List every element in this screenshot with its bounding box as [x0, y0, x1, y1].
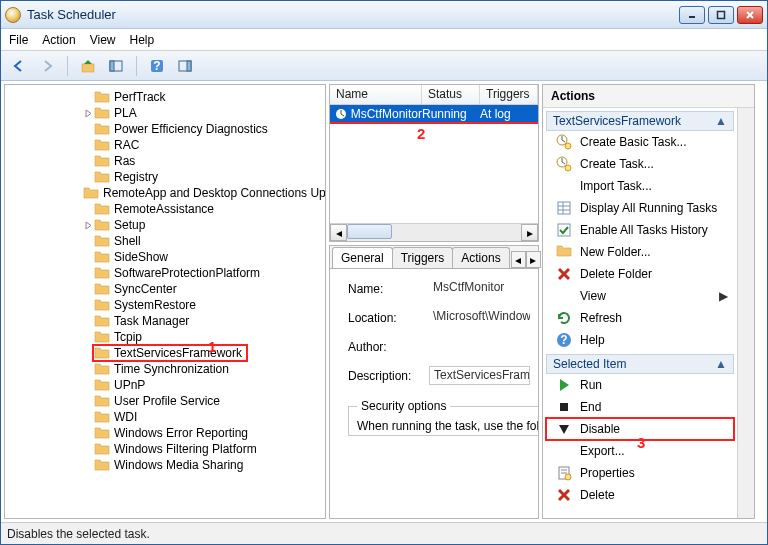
tree-item[interactable]: TextServicesFramework — [5, 345, 325, 361]
help-icon: ? — [556, 332, 572, 348]
action-enable-all-tasks-history[interactable]: Enable All Tasks History — [546, 219, 734, 241]
tab-scroll-right[interactable]: ▸ — [526, 251, 541, 268]
close-button[interactable] — [737, 6, 763, 24]
tree-item-label: Shell — [114, 234, 141, 248]
toolbar-separator — [67, 56, 68, 76]
action-delete-folder[interactable]: Delete Folder — [546, 263, 734, 285]
horizontal-scrollbar[interactable]: ◂ ▸ — [330, 223, 538, 241]
action-refresh[interactable]: Refresh — [546, 307, 734, 329]
tree-item[interactable]: Time Synchronization — [5, 361, 325, 377]
window-controls — [679, 6, 763, 24]
action-label: Properties — [580, 466, 635, 480]
action-delete[interactable]: Delete — [546, 484, 734, 506]
action-properties[interactable]: Properties — [546, 462, 734, 484]
tree-item[interactable]: Task Manager — [5, 313, 325, 329]
middle-pane: Name Status Triggers MsCtfMonitor Runnin… — [329, 84, 539, 519]
tree-item[interactable]: Windows Error Reporting — [5, 425, 325, 441]
tab-triggers[interactable]: Triggers — [392, 247, 454, 268]
task-row[interactable]: MsCtfMonitor Running At log — [330, 105, 538, 122]
action-import-task[interactable]: Import Task... — [546, 175, 734, 197]
tree-item[interactable]: SoftwareProtectionPlatform — [5, 265, 325, 281]
column-status[interactable]: Status — [422, 85, 480, 104]
delete-icon — [556, 487, 572, 503]
column-triggers[interactable]: Triggers — [480, 85, 538, 104]
action-run[interactable]: Run — [546, 374, 734, 396]
tree-item[interactable]: Ras — [5, 153, 325, 169]
action-label: Create Basic Task... — [580, 135, 687, 149]
description-value[interactable]: TextServicesFramework — [429, 366, 530, 385]
tree-item[interactable]: UPnP — [5, 377, 325, 393]
scroll-thumb[interactable] — [347, 224, 392, 239]
expand-icon[interactable] — [83, 109, 94, 118]
actions-section-header[interactable]: Selected Item▲ — [546, 354, 734, 374]
tab-actions[interactable]: Actions — [452, 247, 509, 268]
action-help[interactable]: ?Help — [546, 329, 734, 351]
help-button[interactable]: ? — [145, 54, 169, 78]
tree-item[interactable]: RemoteAssistance — [5, 201, 325, 217]
tree-item-label: RemoteApp and Desktop Connections Update — [103, 186, 326, 200]
action-view[interactable]: View▶ — [546, 285, 734, 307]
tree-item[interactable]: Power Efficiency Diagnostics — [5, 121, 325, 137]
tree-item[interactable]: PerfTrack — [5, 89, 325, 105]
tree-pane[interactable]: PerfTrackPLAPower Efficiency Diagnostics… — [4, 84, 326, 519]
tree-item[interactable]: Windows Media Sharing — [5, 457, 325, 473]
tree-item-label: RAC — [114, 138, 139, 152]
scroll-left-button[interactable]: ◂ — [330, 224, 347, 241]
toolbar-separator — [136, 56, 137, 76]
tree-item[interactable]: Tcpip — [5, 329, 325, 345]
scroll-track[interactable] — [347, 224, 521, 241]
tree-item-label: Windows Filtering Platform — [114, 442, 257, 456]
scroll-right-button[interactable]: ▸ — [521, 224, 538, 241]
vertical-scrollbar[interactable] — [737, 108, 754, 518]
submenu-arrow-icon: ▶ — [719, 289, 728, 303]
check-icon — [556, 222, 572, 238]
folder-icon — [94, 426, 110, 440]
menu-action[interactable]: Action — [42, 33, 75, 47]
tree-item[interactable]: User Profile Service — [5, 393, 325, 409]
new-icon — [556, 134, 572, 150]
action-create-task[interactable]: Create Task... — [546, 153, 734, 175]
menu-help[interactable]: Help — [130, 33, 155, 47]
tree-item[interactable]: WDI — [5, 409, 325, 425]
section-title: Selected Item — [553, 357, 626, 371]
action-display-all-running-tasks[interactable]: Display All Running Tasks — [546, 197, 734, 219]
back-button[interactable] — [7, 54, 31, 78]
tab-general[interactable]: General — [332, 247, 393, 268]
location-value: \Microsoft\Windows\TextServicesFramework — [429, 308, 530, 327]
up-button[interactable] — [76, 54, 100, 78]
panel-toggle-1[interactable] — [104, 54, 128, 78]
tree-item[interactable]: PLA — [5, 105, 325, 121]
tree-item[interactable]: Setup — [5, 217, 325, 233]
task-list: Name Status Triggers MsCtfMonitor Runnin… — [329, 84, 539, 242]
action-end[interactable]: End — [546, 396, 734, 418]
column-name[interactable]: Name — [330, 85, 422, 104]
tree-item[interactable]: SystemRestore — [5, 297, 325, 313]
tree-item[interactable]: Shell — [5, 233, 325, 249]
menu-view[interactable]: View — [90, 33, 116, 47]
actions-section-header[interactable]: TextServicesFramework▲ — [546, 111, 734, 131]
action-new-folder[interactable]: New Folder... — [546, 241, 734, 263]
tree-item[interactable]: SideShow — [5, 249, 325, 265]
action-label: Disable — [580, 422, 620, 436]
panel-toggle-2[interactable] — [173, 54, 197, 78]
folder-icon — [94, 170, 110, 184]
tree-item[interactable]: RAC — [5, 137, 325, 153]
action-create-basic-task[interactable]: Create Basic Task... — [546, 131, 734, 153]
minimize-button[interactable] — [679, 6, 705, 24]
new-icon — [556, 156, 572, 172]
menu-file[interactable]: File — [9, 33, 28, 47]
maximize-button[interactable] — [708, 6, 734, 24]
tree-item-label: Ras — [114, 154, 135, 168]
tree-item-label: RemoteAssistance — [114, 202, 214, 216]
expand-icon[interactable] — [83, 221, 94, 230]
status-text: Disables the selected task. — [7, 527, 150, 541]
tree-item[interactable]: RemoteApp and Desktop Connections Update — [5, 185, 325, 201]
forward-button[interactable] — [35, 54, 59, 78]
tab-scroll-left[interactable]: ◂ — [511, 251, 526, 268]
tree-item[interactable]: Windows Filtering Platform — [5, 441, 325, 457]
action-label: Enable All Tasks History — [580, 223, 708, 237]
tree-item[interactable]: Registry — [5, 169, 325, 185]
task-list-header: Name Status Triggers — [330, 85, 538, 105]
security-legend: Security options — [357, 399, 450, 413]
tree-item[interactable]: SyncCenter — [5, 281, 325, 297]
